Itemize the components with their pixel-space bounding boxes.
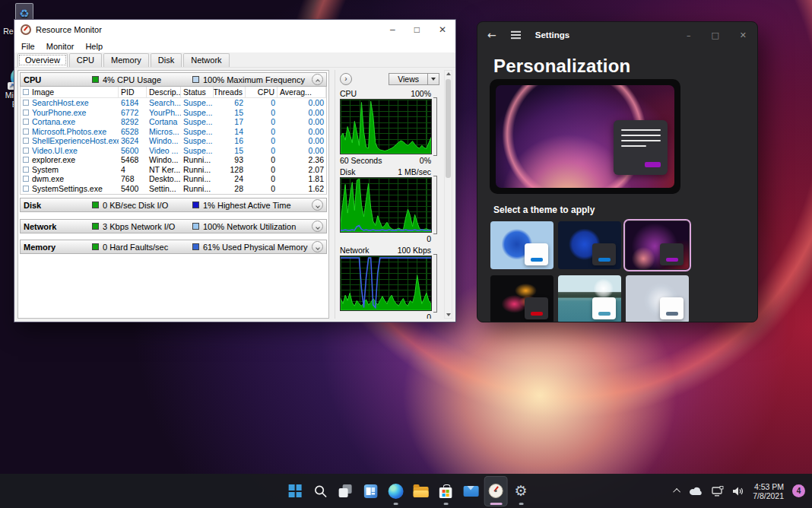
- close-button[interactable]: ✕: [740, 30, 747, 40]
- scrollbar-thumb[interactable]: [446, 79, 451, 178]
- column-header[interactable]: CPU: [246, 87, 278, 97]
- tray-date: 7/8/2021: [753, 491, 784, 500]
- taskbar-item-explorer[interactable]: [409, 476, 433, 506]
- theme-accent-pill: [666, 312, 678, 316]
- section-header-memory[interactable]: Memory 0 Hard Faults/sec 61% Used Physic…: [20, 240, 327, 254]
- notification-badge[interactable]: 4: [792, 484, 805, 497]
- taskbar-item-taskview[interactable]: [334, 476, 357, 506]
- green-legend-icon: [92, 202, 99, 208]
- tab-overview[interactable]: Overview: [17, 53, 68, 67]
- process-row[interactable]: YourPhone.exe6772YourPh...Suspe...1500.0…: [21, 108, 326, 118]
- theme-tile-captured-motion[interactable]: [490, 275, 553, 322]
- taskbar-item-resmon[interactable]: [484, 476, 508, 506]
- minimize-button[interactable]: –: [390, 24, 395, 35]
- column-header[interactable]: PID: [119, 87, 147, 97]
- select-theme-label: Select a theme to apply: [493, 205, 595, 215]
- green-legend-icon: [92, 76, 99, 83]
- theme-tile-glow[interactable]: [626, 221, 689, 269]
- tab-cpu[interactable]: CPU: [69, 53, 102, 67]
- theme-tile-flow[interactable]: [626, 275, 689, 322]
- row-checkbox[interactable]: [23, 167, 29, 173]
- column-header[interactable]: Averag...: [278, 87, 326, 97]
- select-all-checkbox[interactable]: [23, 89, 29, 95]
- process-row[interactable]: ShellExperienceHost.exe3624Windo...Suspe…: [21, 136, 326, 146]
- maximize-button[interactable]: □: [711, 30, 718, 40]
- green-legend-icon: [92, 223, 99, 230]
- theme-tile-windows-dark[interactable]: [558, 221, 621, 269]
- tab-disk[interactable]: Disk: [151, 53, 182, 67]
- menu-item-help[interactable]: Help: [85, 42, 103, 51]
- section-header-cpu[interactable]: CPU 4% CPU Usage 100% Maximum Frequency: [20, 72, 327, 87]
- onedrive-cloud-icon[interactable]: [689, 487, 703, 496]
- section-header-network[interactable]: Network 3 Kbps Network I/O 100% Network …: [20, 219, 327, 233]
- graph-network: Network100 Kbps 0: [340, 246, 439, 319]
- resmon-menubar: FileMonitorHelp: [14, 40, 455, 52]
- theme-accent-pill: [666, 258, 678, 262]
- row-checkbox[interactable]: [23, 157, 29, 163]
- process-table-header[interactable]: ImagePIDDescrip...StatusThreadsCPUAverag…: [21, 87, 326, 98]
- green-legend-icon: [92, 243, 99, 250]
- row-checkbox[interactable]: [23, 119, 29, 125]
- row-checkbox[interactable]: [23, 129, 29, 135]
- taskbar-item-edge[interactable]: [384, 476, 408, 506]
- theme-tile-sunrise[interactable]: [558, 275, 621, 322]
- section-header-disk[interactable]: Disk 0 KB/sec Disk I/O 1% Highest Active…: [20, 198, 327, 212]
- maximize-button[interactable]: □: [414, 24, 420, 35]
- back-button[interactable]: ←: [487, 29, 496, 41]
- column-header[interactable]: Descrip...: [147, 87, 181, 97]
- expand-chevron-icon[interactable]: [312, 199, 323, 211]
- process-row[interactable]: dwm.exe768Deskto...Runni...2401.81: [21, 174, 326, 184]
- scale-bracket: [433, 176, 437, 234]
- settings-titlebar[interactable]: ← Settings – □ ✕: [477, 22, 757, 48]
- process-row[interactable]: explorer.exe5468Windo...Runni...9302.36: [21, 155, 326, 165]
- process-row[interactable]: SystemSettings.exe5400Settin...Runni...2…: [21, 184, 326, 194]
- running-indicator: [519, 503, 523, 505]
- clock[interactable]: 4:53 PM 7/8/2021: [753, 482, 784, 500]
- column-header[interactable]: Status: [181, 87, 214, 97]
- disk-io-chart: [340, 177, 432, 233]
- row-checkbox[interactable]: [23, 100, 29, 106]
- collapse-graphs-button[interactable]: ›: [340, 73, 352, 85]
- theme-tile-windows-light[interactable]: [490, 221, 553, 269]
- tab-memory[interactable]: Memory: [103, 53, 149, 67]
- close-button[interactable]: ✕: [439, 24, 446, 35]
- resmon-titlebar[interactable]: Resource Monitor – □ ✕: [14, 20, 455, 40]
- expand-chevron-icon[interactable]: [312, 221, 323, 232]
- tab-network[interactable]: Network: [183, 53, 229, 67]
- column-header[interactable]: Image: [21, 87, 119, 97]
- settings-app-title: Settings: [535, 30, 569, 40]
- speaker-icon[interactable]: [732, 486, 744, 497]
- menu-item-monitor[interactable]: Monitor: [46, 42, 75, 51]
- taskbar-item-start[interactable]: [284, 476, 307, 506]
- process-row[interactable]: Microsoft.Photos.exe6528Micros...Suspe..…: [21, 127, 326, 137]
- taskbar-item-search[interactable]: [309, 476, 332, 506]
- views-button[interactable]: Views: [389, 73, 428, 85]
- network-icon[interactable]: [712, 486, 724, 497]
- row-checkbox[interactable]: [23, 138, 29, 144]
- graphs-scrollbar[interactable]: [444, 70, 452, 319]
- views-dropdown-button[interactable]: [428, 73, 439, 85]
- process-row[interactable]: SearchHost.exe6184Search...Suspe...6200.…: [21, 98, 326, 108]
- menu-item-file[interactable]: File: [21, 42, 35, 51]
- row-checkbox[interactable]: [23, 176, 29, 182]
- process-row[interactable]: System4NT Ker...Runni...12802.07: [21, 165, 326, 175]
- expand-chevron-icon[interactable]: [312, 241, 323, 252]
- scroll-up-icon[interactable]: [446, 72, 451, 75]
- theme-mini-window: [660, 297, 684, 319]
- taskbar-item-settings[interactable]: ⚙: [509, 476, 533, 506]
- row-checkbox[interactable]: [23, 186, 29, 192]
- process-row[interactable]: Cortana.exe8292CortanaSuspe...1700.00: [21, 117, 326, 127]
- taskbar-item-store[interactable]: [434, 476, 458, 506]
- row-checkbox[interactable]: [23, 148, 29, 154]
- scroll-down-icon[interactable]: [446, 313, 451, 316]
- taskbar-item-mail[interactable]: [459, 476, 483, 506]
- minimize-button[interactable]: –: [687, 30, 691, 40]
- process-row[interactable]: Video.UI.exe5600Video ...Suspe...1500.00: [21, 146, 326, 156]
- column-header[interactable]: Threads: [214, 87, 246, 97]
- collapse-chevron-icon[interactable]: [312, 74, 323, 85]
- hamburger-menu-icon[interactable]: [511, 34, 521, 36]
- taskbar-item-widgets[interactable]: [359, 476, 382, 506]
- theme-accent-pill: [531, 258, 543, 262]
- tray-chevron-up-icon[interactable]: [673, 488, 680, 496]
- row-checkbox[interactable]: [23, 110, 29, 116]
